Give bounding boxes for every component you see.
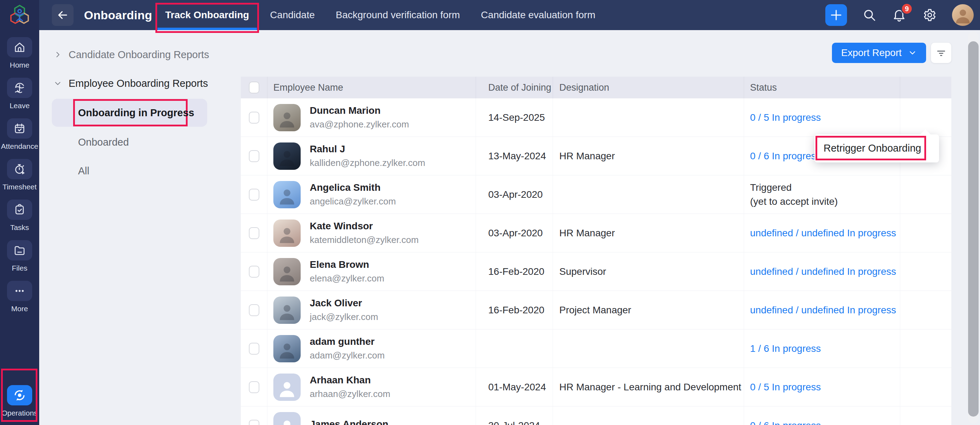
add-button[interactable] — [825, 4, 847, 26]
employee-avatar — [274, 258, 301, 285]
scrollbar-thumb[interactable] — [968, 41, 978, 417]
user-avatar[interactable] — [952, 4, 974, 26]
tab-candidate[interactable]: Candidate — [261, 0, 324, 30]
status-link[interactable]: 1 / 6 In progress — [750, 343, 821, 354]
back-button[interactable] — [52, 4, 73, 26]
row-checkbox[interactable] — [249, 266, 259, 278]
employee-name[interactable]: Jack Oliver — [310, 298, 378, 309]
tree-item-onboarding-in-progress[interactable]: Onboarding in Progress — [52, 99, 207, 127]
row-actions-cell — [900, 368, 951, 406]
column-header-date-of-joining: Date of Joining — [476, 77, 553, 99]
employee-name[interactable]: Kate Windsor — [310, 221, 418, 232]
select-all-checkbox[interactable] — [249, 81, 259, 94]
column-header-label: Status — [750, 82, 777, 93]
employee-name[interactable]: Rahul J — [310, 143, 425, 155]
sidebar-item-label: Leave — [10, 102, 29, 110]
sidebar-item-attendance[interactable]: Attendance — [1, 118, 38, 151]
sidebar-item-label: Home — [10, 61, 29, 69]
employee-email: elena@zylker.com — [310, 273, 384, 284]
umbrella-icon — [13, 81, 26, 94]
row-actions-cell — [900, 214, 951, 252]
tree-item-onboarded[interactable]: Onboarded — [39, 134, 221, 150]
sidebar-item-operations[interactable]: Operations — [2, 385, 38, 417]
export-report-button[interactable]: Export Report — [832, 43, 926, 63]
status-link[interactable]: 0 / 6 In progress — [750, 420, 821, 425]
tab-label: Candidate evaluation form — [481, 10, 595, 21]
column-header-actions — [900, 77, 951, 99]
sidebar-item-leave[interactable]: Leave — [7, 78, 32, 110]
status-link[interactable]: 0 / 5 In progress — [750, 112, 821, 123]
column-header-label: Employee Name — [274, 82, 344, 93]
row-actions-cell — [900, 252, 951, 291]
sidebar-item-label: Operations — [2, 409, 38, 417]
sidebar-item-label: Timesheet — [2, 183, 37, 191]
column-header-label: Date of Joining — [488, 82, 551, 93]
app-sidebar: HomeLeaveAttendanceTimesheetTasksFilesMo… — [0, 30, 39, 425]
row-checkbox[interactable] — [249, 150, 259, 162]
status-link[interactable]: undefined / undefined In progress — [750, 304, 896, 316]
employee-name[interactable]: Duncan Marion — [310, 105, 409, 116]
designation: HR Manager — [559, 228, 615, 239]
tree-candidate-onboarding-reports[interactable]: Candidate Onboarding Reports — [39, 47, 221, 62]
stopwatch-icon — [13, 163, 26, 175]
employee-email: angelica@zylker.com — [310, 196, 396, 207]
tree-section-label: Candidate Onboarding Reports — [68, 49, 209, 60]
tab-background-verification-form[interactable]: Background verification form — [326, 0, 469, 30]
status-link[interactable]: 0 / 5 In progress — [750, 382, 821, 393]
status-text: Triggered (yet to accept invite) — [750, 181, 838, 208]
chevron-right-icon — [54, 51, 62, 59]
row-checkbox[interactable] — [249, 189, 259, 201]
page-title: Onboarding — [84, 0, 152, 30]
sidebar-item-home[interactable]: Home — [7, 37, 32, 69]
employee-email: arhaan@zylker.com — [310, 388, 390, 400]
row-checkbox[interactable] — [249, 381, 259, 393]
employee-name[interactable]: Elena Brown — [310, 259, 384, 270]
row-checkbox[interactable] — [249, 227, 259, 239]
row-checkbox[interactable] — [249, 112, 259, 124]
designation: Supervisor — [559, 266, 606, 277]
employee-avatar — [274, 104, 301, 131]
search-button[interactable] — [862, 8, 877, 22]
employee-name[interactable]: James Anderson — [310, 419, 388, 425]
status-link[interactable]: undefined / undefined In progress — [750, 228, 896, 239]
tab-label: Candidate — [270, 10, 315, 21]
gear-icon — [922, 8, 937, 22]
date-of-joining: 14-Sep-2025 — [488, 112, 545, 123]
employee-name[interactable]: Angelica Smith — [310, 182, 396, 193]
employee-email: ava@zphone.zylker.com — [310, 119, 409, 130]
status-link[interactable]: undefined / undefined In progress — [750, 266, 896, 277]
sidebar-item-label: Files — [12, 264, 27, 272]
tab-track-onboarding[interactable]: Track Onboarding — [156, 0, 258, 30]
filter-button[interactable] — [931, 43, 951, 63]
notifications-button[interactable]: 9 — [892, 8, 907, 22]
row-checkbox[interactable] — [249, 420, 259, 425]
tree-item-label: Onboarding in Progress — [78, 107, 194, 119]
date-of-joining: 30-Jul-2024 — [488, 420, 540, 425]
row-actions-cell — [900, 406, 951, 425]
sidebar-item-more[interactable]: More — [7, 281, 32, 313]
row-checkbox[interactable] — [249, 304, 259, 316]
column-header-employee-name: Employee Name — [267, 77, 476, 99]
employee-email: kalliden@zphone.zylker.com — [310, 158, 425, 169]
employee-name[interactable]: Arhaan Khan — [310, 375, 390, 386]
avatar-silhouette-icon — [954, 6, 972, 25]
app-logo[interactable] — [0, 0, 39, 30]
sidebar-item-timesheet[interactable]: Timesheet — [2, 159, 37, 191]
employee-email: katemiddleton@zylker.com — [310, 234, 418, 245]
tab-candidate-evaluation-form[interactable]: Candidate evaluation form — [472, 0, 605, 30]
employee-name[interactable]: adam gunther — [310, 336, 385, 347]
sidebar-item-files[interactable]: Files — [7, 240, 32, 272]
retrigger-onboarding-option[interactable]: Retrigger Onboarding — [816, 136, 926, 160]
settings-button[interactable] — [922, 8, 937, 22]
date-of-joining: 13-May-2024 — [488, 151, 546, 162]
home-icon — [13, 41, 26, 54]
tree-item-all[interactable]: All — [39, 163, 221, 178]
folder-icon — [13, 244, 26, 256]
row-actions-cell — [900, 291, 951, 329]
sidebar-item-tasks[interactable]: Tasks — [7, 199, 32, 232]
row-checkbox[interactable] — [249, 343, 259, 355]
tree-section-label: Employee Onboarding Reports — [68, 78, 208, 89]
tree-employee-onboarding-reports[interactable]: Employee Onboarding Reports — [39, 76, 221, 91]
status-link[interactable]: 0 / 6 In progress — [750, 151, 821, 162]
date-of-joining: 01-May-2024 — [488, 382, 546, 393]
